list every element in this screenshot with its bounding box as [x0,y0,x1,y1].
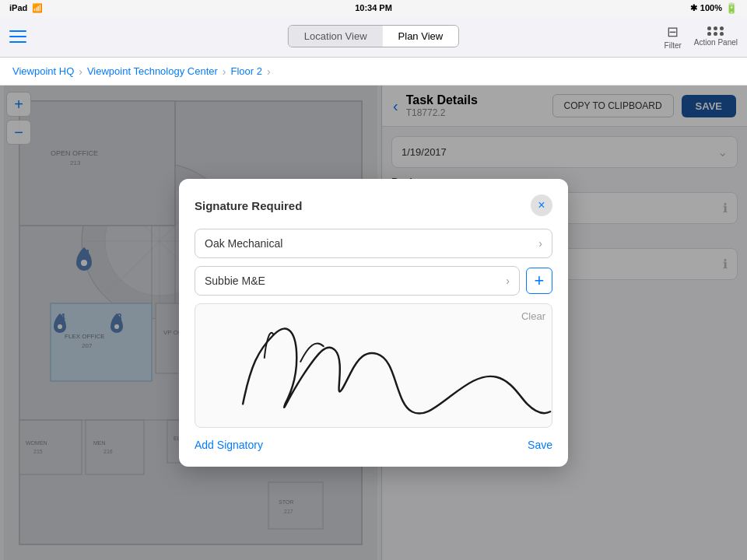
view-toggle: Location View Plan View [288,25,459,47]
signature-svg [195,304,552,427]
top-nav: Location View Plan View ⊟ Filter Action … [0,16,747,58]
signatory-1-row: Oak Mechanical › [195,229,552,258]
modal-header: Signature Required × [195,194,552,216]
breadcrumb: Viewpoint HQ › Viewpoint Technology Cent… [0,58,747,86]
device-label: iPad [9,3,27,12]
filter-button[interactable]: ⊟ Filter [665,23,682,50]
wifi-icon: 📶 [32,3,43,13]
signature-canvas[interactable]: Clear [195,303,552,428]
toggle-button-group: Location View Plan View [288,25,459,47]
signatory-1-value: Oak Mechanical [205,237,282,250]
breadcrumb-sep-0: › [79,65,82,78]
modal-close-button[interactable]: × [531,194,552,216]
filter-label: Filter [665,41,682,50]
menu-button[interactable] [9,23,37,51]
signatory-2-select[interactable]: Subbie M&E › [195,266,520,296]
breadcrumb-sep-1: › [223,65,226,78]
hamburger-line [9,36,26,37]
signature-modal: Signature Required × Oak Mechanical › Su… [179,179,568,467]
plan-view-tab[interactable]: Plan View [383,26,459,47]
location-view-tab[interactable]: Location View [289,26,383,47]
action-panel-button[interactable]: Action Panel [694,26,738,47]
add-signatory-link[interactable]: Add Signatory [195,439,263,451]
modal-footer: Add Signatory Save [195,439,552,451]
signatory-2-row: Subbie M&E › + [195,266,552,296]
action-panel-label: Action Panel [694,38,738,47]
action-panel-icon-row2 [707,32,724,36]
modal-title: Signature Required [195,199,302,212]
hamburger-line [9,30,26,32]
bluetooth-icon: ✱ [690,3,697,13]
action-panel-icon [707,26,724,30]
time-display: 10:34 PM [355,3,392,12]
status-bar: iPad 📶 10:34 PM ✱ 100% 🔋 [0,0,747,16]
main-area: OPEN OFFICE 213 FLEX OFFICE 207 VP OFFIC… [0,86,747,560]
modal-overlay: Signature Required × Oak Mechanical › Su… [0,86,747,560]
chevron-right-icon-2: › [506,275,510,287]
breadcrumb-item-2[interactable]: Floor 2 [231,65,262,77]
breadcrumb-item-0[interactable]: Viewpoint HQ [12,65,74,77]
signatory-1-select[interactable]: Oak Mechanical › [195,229,552,258]
filter-icon: ⊟ [667,23,679,40]
add-signatory-icon-button[interactable]: + [526,268,552,294]
breadcrumb-sep-2: › [267,65,271,78]
breadcrumb-item-1[interactable]: Viewpoint Technology Center [87,65,218,77]
signatory-2-value: Subbie M&E [205,275,265,287]
plus-icon: + [535,271,545,291]
save-signature-button[interactable]: Save [528,439,552,451]
hamburger-line [9,41,26,43]
nav-right-controls: ⊟ Filter Action Panel [665,23,738,50]
battery-label: 100% [700,3,722,12]
chevron-right-icon-1: › [538,237,542,250]
clear-button[interactable]: Clear [521,310,545,322]
battery-icon: 🔋 [725,2,738,14]
